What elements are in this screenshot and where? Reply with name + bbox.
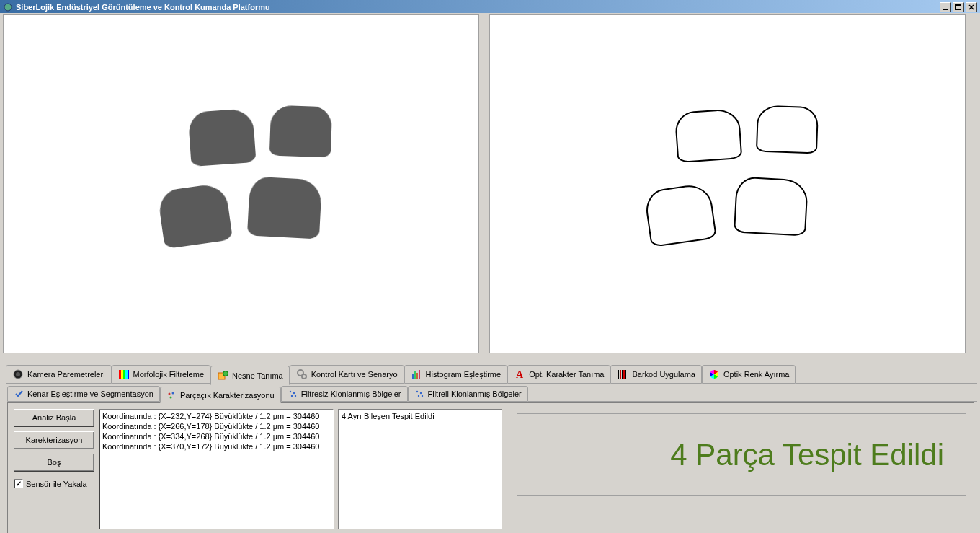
subtab-filtered-cloned[interactable]: Filtreli Klonlanmış Bölgeler: [408, 386, 528, 402]
svg-point-28: [168, 392, 170, 395]
svg-point-7: [16, 372, 20, 376]
svg-rect-8: [119, 370, 121, 379]
svg-rect-25: [623, 370, 625, 379]
tab-label: Opt. Karakter Tanıma: [529, 370, 604, 379]
tab-barcode[interactable]: Barkod Uygulama: [610, 365, 701, 384]
subtab-particle-characterization[interactable]: Parçaçık Karakterizasyonu: [160, 387, 281, 403]
processed-image-viewer: [489, 14, 966, 353]
characterize-button[interactable]: Karekterizasyon: [14, 431, 94, 449]
svg-rect-12: [128, 370, 129, 379]
svg-rect-23: [620, 370, 621, 379]
object-icon: [217, 370, 228, 382]
result-display: 4 Parça Tespit Edildi: [517, 413, 966, 496]
svg-rect-22: [618, 370, 619, 379]
subtab-label: Filtresiz Klonlanmış Bölgeler: [301, 389, 401, 398]
svg-point-37: [417, 395, 419, 397]
source-image-viewer: [3, 14, 479, 353]
analyze-button[interactable]: Analiz Başla: [14, 409, 94, 427]
svg-point-35: [416, 391, 417, 392]
subtab-label: Filtreli Klonlanmış Bölgeler: [428, 389, 522, 398]
svg-rect-24: [622, 370, 623, 379]
subtab-label: Parçaçık Karakterizasyonu: [180, 391, 275, 400]
histogram-icon: [411, 369, 422, 380]
tab-label: Morfolojik Filtreleme: [133, 370, 204, 379]
svg-point-0: [4, 4, 12, 11]
window-title: SiberLojik Endüstriyel Görüntüleme ve Ko…: [16, 3, 270, 12]
subtab-unfiltered-cloned[interactable]: Filtresiz Klonlanmış Bölgeler: [281, 386, 408, 402]
minimize-button[interactable]: [940, 2, 951, 12]
list-item: 4 Ayrı Bileşen Tespit Edildi: [342, 411, 499, 421]
tab-morphological-filter[interactable]: Morfolojik Filtreleme: [112, 365, 210, 384]
svg-point-31: [290, 391, 291, 392]
titlebar: SiberLojik Endüstriyel Görüntüleme ve Ko…: [0, 0, 980, 13]
list-item: Koordinatında : {X=370,Y=172} Büyüklükte…: [102, 441, 330, 451]
svg-rect-20: [419, 370, 420, 379]
tab-label: Kamera Paremetreleri: [27, 370, 105, 379]
sensor-capture-checkbox[interactable]: ✓ Sensör ile Yakala: [14, 479, 94, 488]
svg-point-38: [421, 395, 422, 397]
svg-point-32: [293, 392, 295, 394]
checkbox-icon: ✓: [14, 479, 23, 488]
svg-rect-3: [956, 4, 961, 6]
control-panel: Analiz Başla Karekterizasyon Boş ✓ Sensö…: [7, 402, 974, 533]
tab-histogram[interactable]: Histogram Eşleştirme: [404, 365, 508, 384]
gears-icon: [296, 369, 308, 380]
checkbox-label: Sensör ile Yakala: [26, 480, 87, 488]
maximize-button[interactable]: [953, 2, 964, 12]
barcode-icon: [617, 369, 628, 380]
list-item: Koordinatında : {X=232,Y=274} Büyüklükte…: [102, 411, 330, 421]
svg-rect-26: [625, 370, 626, 379]
sub-tab-strip: Kenar Eşleştirme ve Segmentasyon Parçaçı…: [0, 384, 980, 402]
svg-rect-1: [943, 9, 948, 10]
scatter-icon: [288, 389, 298, 399]
tab-ocr[interactable]: A Opt. Karakter Tanıma: [507, 365, 610, 384]
list-item: Koordinatında : {X=334,Y=268} Büyüklükte…: [102, 431, 330, 441]
svg-point-29: [172, 392, 174, 394]
tab-label: Nesne Tanıma: [232, 371, 283, 380]
list-item: Koordinatında : {X=266,Y=178} Büyüklükte…: [102, 421, 330, 431]
tab-object-recognition[interactable]: Nesne Tanıma: [210, 366, 290, 385]
svg-point-30: [169, 396, 172, 398]
svg-rect-19: [416, 373, 418, 379]
subtab-edge-segmentation[interactable]: Kenar Eşleştirme ve Segmentasyon: [7, 386, 160, 402]
color-wheel-icon: [708, 369, 720, 380]
scatter-icon: [414, 389, 424, 399]
clear-button[interactable]: Boş: [14, 454, 94, 472]
tab-label: Barkod Uygulama: [632, 370, 695, 379]
tab-label: Optik Renk Ayırma: [723, 370, 790, 379]
main-tab-strip: Kamera Paremetreleri Morfolojik Filtrele…: [0, 353, 980, 384]
svg-point-34: [295, 395, 296, 397]
svg-point-16: [302, 374, 306, 379]
app-icon: [3, 2, 13, 12]
letter-a-icon: A: [514, 369, 525, 380]
tab-camera-params[interactable]: Kamera Paremetreleri: [6, 365, 112, 384]
svg-rect-11: [125, 370, 128, 379]
svg-point-33: [291, 395, 293, 397]
svg-rect-18: [414, 371, 416, 379]
spectrum-icon: [118, 369, 130, 380]
svg-point-14: [223, 371, 228, 376]
tab-label: Kontrol Kartı ve Senaryo: [311, 370, 398, 379]
svg-rect-10: [123, 370, 125, 379]
close-button[interactable]: [966, 2, 977, 12]
message-listbox[interactable]: 4 Ayrı Bileşen Tespit Edildi: [338, 409, 502, 529]
particle-icon: [166, 390, 177, 400]
svg-rect-9: [121, 370, 123, 379]
svg-rect-17: [412, 374, 414, 379]
svg-point-36: [419, 392, 421, 394]
tab-color-sorting[interactable]: Optik Renk Ayırma: [702, 365, 796, 384]
coordinates-listbox[interactable]: Koordinatında : {X=232,Y=274} Büyüklükte…: [99, 409, 334, 529]
subtab-label: Kenar Eşleştirme ve Segmentasyon: [27, 389, 153, 398]
svg-text:A: A: [516, 369, 524, 380]
tab-label: Histogram Eşleştirme: [426, 370, 502, 379]
check-icon: [14, 389, 24, 399]
tab-control-card[interactable]: Kontrol Kartı ve Senaryo: [290, 365, 404, 384]
result-text: 4 Parça Tespit Edildi: [670, 438, 944, 472]
camera-icon: [12, 369, 24, 380]
